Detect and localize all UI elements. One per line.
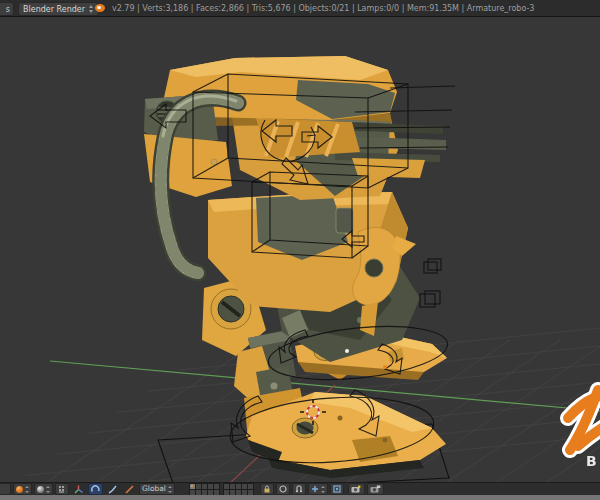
snap-magnet-icon — [295, 485, 303, 493]
bone-point-orange — [383, 365, 387, 369]
dropdown-arrows-icon — [25, 486, 29, 493]
layer-toggle[interactable] — [242, 490, 247, 495]
layer-toggle[interactable] — [190, 484, 195, 489]
layer-toggle[interactable] — [202, 490, 207, 495]
lower-editor-edge — [0, 495, 600, 500]
manipulator-pointer-button[interactable] — [71, 483, 86, 495]
snap-element-dropdown[interactable] — [308, 483, 328, 495]
layer-toggle[interactable] — [230, 490, 235, 495]
mode-dropdown[interactable] — [13, 483, 32, 495]
info-header: s Blender Render v2.79 | Verts:3,186 | F… — [0, 0, 600, 17]
shading-sphere-icon — [37, 486, 44, 493]
manipulator-translate-button[interactable] — [122, 483, 137, 495]
scale-icon — [108, 485, 117, 494]
dropdown-arrows-icon — [89, 5, 94, 13]
pose-mode-icon — [16, 486, 23, 493]
pivot-point-button[interactable] — [55, 483, 69, 495]
layer-toggle[interactable] — [202, 484, 207, 489]
editor-type-button[interactable] — [0, 483, 11, 495]
layer-toggle[interactable] — [190, 490, 195, 495]
layer-toggle[interactable] — [196, 490, 201, 495]
snap-target-icon — [333, 485, 341, 493]
render-engine-dropdown[interactable]: Blender Render — [18, 2, 99, 16]
blender-window: B s Blender Render v2.79 | Verts:3,186 |… — [0, 0, 600, 500]
orientation-label: Global — [142, 484, 166, 494]
blender-logo-icon — [95, 3, 106, 13]
render-engine-label: Blender Render — [23, 5, 85, 14]
manipulator-rotate-button[interactable] — [88, 483, 103, 495]
layer-toggle[interactable] — [214, 490, 219, 495]
layer-toggle[interactable] — [236, 490, 241, 495]
proportional-editing-button[interactable] — [276, 483, 290, 495]
dropdown-arrows-icon — [321, 486, 325, 493]
layer-toggle[interactable] — [230, 484, 235, 489]
lock-to-scene-button[interactable] — [260, 483, 274, 495]
scene-selector-fragment[interactable]: s — [0, 2, 14, 16]
watermark-letter: B — [586, 453, 597, 469]
dropdown-arrows-icon — [168, 486, 172, 493]
snap-target-button[interactable] — [330, 483, 344, 495]
layer-toggle[interactable] — [242, 484, 247, 489]
pivot-grid-icon — [58, 485, 66, 493]
rotate-icon — [91, 485, 100, 494]
dropdown-arrows-icon — [46, 486, 50, 493]
camera-anim-icon — [370, 485, 381, 493]
snap-button[interactable] — [292, 483, 306, 495]
camera-still-icon — [351, 485, 362, 493]
lock-icon — [263, 485, 271, 493]
3d-viewport[interactable]: B — [0, 0, 600, 500]
layer-toggle[interactable] — [208, 484, 213, 489]
opengl-render-still-button[interactable] — [348, 483, 365, 495]
layer-toggle[interactable] — [248, 484, 253, 489]
layer-toggle[interactable] — [236, 484, 241, 489]
opengl-render-anim-button[interactable] — [367, 483, 384, 495]
layer-toggle[interactable] — [224, 484, 229, 489]
layer-group-2 — [223, 483, 254, 496]
transform-orientation-dropdown[interactable]: Global — [139, 483, 175, 495]
layer-toggle[interactable] — [208, 490, 213, 495]
viewport-shading-dropdown[interactable] — [34, 483, 53, 495]
layer-toggle[interactable] — [248, 490, 253, 495]
viewport-header: Global — [0, 482, 600, 495]
layer-toggle[interactable] — [224, 490, 229, 495]
scene-statistics: v2.79 | Verts:3,186 | Faces:2,866 | Tris… — [112, 4, 534, 13]
axes-icon — [74, 485, 83, 494]
layer-toggles — [189, 483, 254, 496]
translate-icon — [125, 485, 134, 494]
layer-group-1 — [189, 483, 220, 496]
bone-point-white — [345, 349, 349, 353]
manipulator-scale-button[interactable] — [105, 483, 120, 495]
scene-fragment-text: s — [6, 5, 10, 14]
proportional-circle-icon — [279, 485, 287, 493]
layer-toggle[interactable] — [214, 484, 219, 489]
layer-toggle[interactable] — [196, 484, 201, 489]
snap-increment-icon — [311, 485, 319, 493]
